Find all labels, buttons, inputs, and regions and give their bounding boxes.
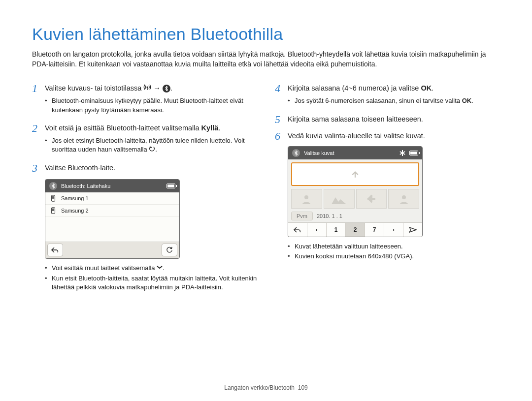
step-4: 4 Kirjoita salasana (4~6 numeroa) ja val… [275,83,500,94]
pager: ‹ 1 2 7 › [288,222,422,237]
step1-pre: Valitse kuvaus- tai toistotilassa [45,84,143,92]
pager-page[interactable]: 1 [327,223,346,237]
step-text: Valitse Bluetooth-laite. [45,162,115,174]
image-thumb[interactable] [356,189,387,209]
step-number: 6 [275,130,288,142]
right-column: 4 Kirjoita salasana (4~6 numeroa) ja val… [275,83,500,300]
svg-rect-1 [147,87,148,90]
refresh-button[interactable] [162,244,177,256]
step-text: Voit etsiä ja esittää Bluetooth-laitteet… [45,123,220,134]
step4-bullet-pre: Jos syötät 6-numeroisen salasanan, sinun… [295,97,462,104]
step4-bold: OK [421,84,432,92]
step-5: 5 Kirjoita sama salasana toiseen laittee… [275,114,500,125]
bluetooth-icon [49,182,57,190]
step2-bold: Kyllä [201,124,219,132]
step4-bullet-bold: OK [462,97,472,104]
step-text: Valitse kuvaus- tai toistotilassa → . [45,83,172,94]
step2-post: . [218,124,220,132]
pager-page[interactable]: 7 [365,223,384,237]
step4-bullet-post: . [471,97,473,104]
ui1-body: Samsung 1 Samsung 2 [45,192,179,242]
drop-area[interactable] [291,162,419,186]
ui2-title: Valitse kuvat [304,150,396,156]
ui-select-images: Valitse kuvat Pvm 2010. 1 . 1 ‹ 1 [288,146,423,237]
arrow-icon: → [153,84,163,92]
pager-next[interactable]: › [384,223,403,237]
battery-icon [166,184,175,188]
svg-rect-3 [52,196,54,199]
pager-prev[interactable]: ‹ [307,223,327,237]
svg-point-11 [402,195,406,199]
content-columns: 1 Valitse kuvaus- tai toistotilassa → . … [32,83,500,300]
pager-back[interactable] [288,223,307,237]
step-number: 1 [32,83,45,94]
step1-bullet: Bluetooth-ominaisuus kytkeytyy päälle. M… [45,96,257,114]
image-thumb[interactable] [324,189,355,209]
left-column: 1 Valitse kuvaus- tai toistotilassa → . … [32,83,257,300]
step-3: 3 Valitse Bluetooth-laite. [32,162,257,174]
step-number: 4 [275,83,288,94]
bluetooth-icon [292,149,300,157]
intro-text: Bluetooth on langaton protokolla, jonka … [32,50,500,69]
date-value: 2010. 1 . 1 [317,213,342,219]
after-ui1-text1: Voit esittää muut laitteet valitsemalla [52,264,157,272]
step4-post: . [432,84,433,92]
date-bar: Pvm 2010. 1 . 1 [288,210,422,222]
page-footer: Langaton verkko/Bluetooth 109 [0,384,532,391]
pager-send[interactable] [403,223,422,237]
ui1-footer [45,242,179,258]
chevron-down-icon [157,264,163,273]
refresh-icon [149,146,155,154]
svg-rect-5 [52,209,54,211]
after-ui1-bullet2: Kun etsit Bluetooth-laitteita, saatat lö… [45,274,257,292]
after-ui2-bullet2: Kuvien kooksi muutetaan 640x480 (VGA). [288,252,500,261]
step2-pre: Voit etsiä ja esittää Bluetooth-laitteet… [45,124,201,132]
page-title: Kuvien lähettäminen Bluetoothilla [32,25,500,44]
step4-pre: Kirjoita salasana (4~6 numeroa) ja valit… [288,84,421,92]
image-thumb[interactable] [388,189,419,209]
phone-icon [50,207,56,214]
bluetooth-circle-icon [163,85,170,93]
step-text: Vedä kuvia valinta-alueelle tai valitse … [288,130,425,142]
device-row[interactable]: Samsung 2 [45,205,179,217]
step4-bullet: Jos syötät 6-numeroisen salasanan, sinun… [288,96,500,105]
after-ui2-bullet1: Kuvat lähetetään valittuun laitteeseen. [288,242,500,251]
ui1-header: Bluetooth: Laitehaku [45,180,179,192]
step-text: Kirjoita sama salasana toiseen laitteese… [288,114,423,125]
after-ui1-bullet1: Voit esittää muut laitteet valitsemalla … [45,264,257,273]
device-row[interactable]: Samsung 1 [45,192,179,205]
step-number: 3 [32,162,45,174]
footer-label: Langaton verkko/Bluetooth [224,384,295,391]
thumbnail-row [288,189,422,210]
pager-page-active[interactable]: 2 [346,223,365,237]
step-text: Kirjoita salasana (4~6 numeroa) ja valit… [288,83,433,94]
svg-point-6 [304,195,308,199]
step1-post: . [170,84,172,92]
battery-icon [409,151,418,155]
back-button[interactable] [47,244,63,256]
step2-bullet: Jos olet etsinyt Bluetooth-laitteita, nä… [45,136,257,154]
step-number: 2 [32,123,45,134]
device-name: Samsung 1 [61,195,89,201]
upload-arrow-icon [351,170,360,179]
device-name: Samsung 2 [61,208,89,214]
footer-page-number: 109 [298,384,308,391]
bluetooth-status-icon [399,150,405,156]
step-number: 5 [275,114,288,125]
step2-bullet-text: Jos olet etsinyt Bluetooth-laitteita, nä… [52,137,245,153]
ui-device-search: Bluetooth: Laitehaku Samsung 1 Samsung 2 [45,179,180,259]
phone-icon [50,195,56,202]
step-6: 6 Vedä kuvia valinta-alueelle tai valits… [275,130,500,142]
image-thumb[interactable] [291,189,322,209]
date-label[interactable]: Pvm [291,212,313,220]
ui1-title: Bluetooth: Laitehaku [61,183,163,189]
step-1: 1 Valitse kuvaus- tai toistotilassa → . [32,83,257,94]
antenna-icon [143,83,151,94]
ui2-header: Valitse kuvat [288,147,422,159]
step-2: 2 Voit etsiä ja esittää Bluetooth-laitte… [32,123,257,134]
